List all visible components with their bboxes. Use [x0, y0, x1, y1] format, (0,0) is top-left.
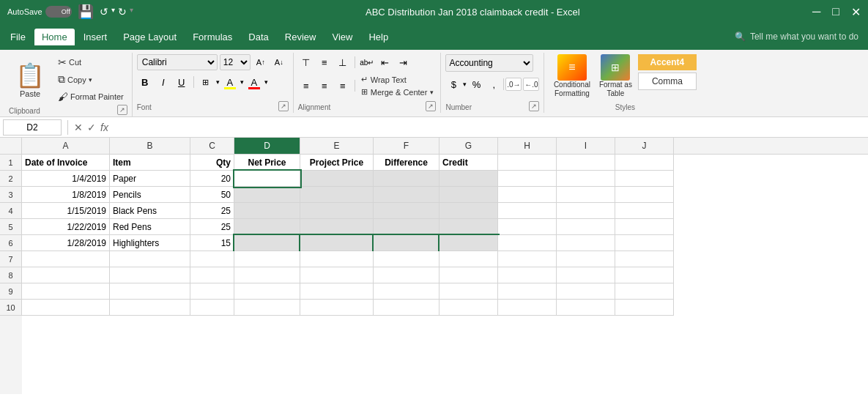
indent-increase-button[interactable]: ⇥	[396, 54, 412, 70]
font-size-select[interactable]: 12	[220, 54, 251, 70]
cell-a2[interactable]: 1/4/2019	[22, 171, 110, 187]
row-num-8[interactable]: 8	[0, 267, 22, 283]
cell-i7[interactable]	[557, 251, 615, 267]
percent-button[interactable]: %	[468, 76, 484, 92]
cell-a5[interactable]: 1/22/2019	[22, 219, 110, 235]
col-header-g[interactable]: G	[439, 138, 498, 154]
cell-i5[interactable]	[557, 219, 615, 235]
merge-center-dropdown[interactable]: ▾	[430, 89, 434, 96]
cell-c1[interactable]: Qty	[190, 155, 234, 171]
decrease-font-button[interactable]: A↓	[271, 54, 287, 70]
cell-c3[interactable]: 50	[190, 187, 234, 203]
cell-e3[interactable]	[300, 187, 374, 203]
alignment-expand[interactable]: ↗	[426, 101, 436, 111]
cell-h6[interactable]	[498, 235, 557, 251]
cell-g7[interactable]	[439, 251, 498, 267]
cell-i6[interactable]	[557, 235, 615, 251]
cell-j10[interactable]	[615, 300, 674, 316]
cell-h9[interactable]	[498, 283, 557, 300]
cell-g10[interactable]	[439, 300, 498, 316]
save-icon[interactable]: 💾	[78, 4, 94, 20]
cell-b10[interactable]	[110, 300, 190, 316]
col-header-c[interactable]: C	[190, 138, 234, 154]
cell-i10[interactable]	[557, 300, 615, 316]
accent4-style[interactable]: Accent4	[638, 54, 697, 70]
cell-d9[interactable]	[234, 283, 300, 300]
conditional-formatting-button[interactable]: ≡ ConditionalFormatting	[554, 54, 590, 98]
cell-g6[interactable]	[439, 235, 498, 251]
cell-j1[interactable]	[615, 155, 674, 171]
bold-button[interactable]: B	[137, 74, 153, 90]
menu-formulas[interactable]: Formulas	[185, 29, 240, 45]
increase-font-button[interactable]: A↑	[253, 54, 269, 70]
cell-i1[interactable]	[557, 155, 615, 171]
font-expand[interactable]: ↗	[278, 101, 289, 111]
copy-dropdown[interactable]: ▾	[89, 76, 92, 84]
cell-d1[interactable]: Net Price	[234, 155, 300, 171]
cell-j8[interactable]	[615, 267, 674, 283]
row-num-5[interactable]: 5	[0, 219, 22, 235]
font-color-button[interactable]: A	[246, 74, 262, 90]
menu-insert[interactable]: Insert	[76, 29, 115, 45]
menu-review[interactable]: Review	[278, 29, 324, 45]
merge-center-button[interactable]: ⊞ Merge & Center ▾	[359, 86, 437, 97]
cell-f3[interactable]	[374, 187, 439, 203]
cell-c9[interactable]	[190, 283, 234, 300]
window-controls[interactable]: ─ □ ✕	[812, 5, 861, 19]
col-header-j[interactable]: J	[615, 138, 674, 154]
col-header-d[interactable]: D	[234, 138, 300, 154]
search-bar[interactable]: 🔍 Tell me what you want to do	[728, 31, 865, 42]
cell-b9[interactable]	[110, 283, 190, 300]
cell-f2[interactable]	[374, 171, 439, 187]
minimize-icon[interactable]: ─	[812, 5, 820, 19]
cell-e8[interactable]	[300, 267, 374, 283]
cell-a1[interactable]: Date of Invoice	[22, 155, 110, 171]
cell-f8[interactable]	[374, 267, 439, 283]
cell-c8[interactable]	[190, 267, 234, 283]
cell-h2[interactable]	[498, 171, 557, 187]
cell-b3[interactable]: Pencils	[110, 187, 190, 203]
cell-reference-input[interactable]	[3, 119, 62, 136]
cell-e6[interactable]	[300, 235, 374, 251]
cell-c6[interactable]: 15	[190, 235, 234, 251]
cell-b7[interactable]	[110, 251, 190, 267]
cell-g1[interactable]: Credit	[439, 155, 498, 171]
cell-b1[interactable]: Item	[110, 155, 190, 171]
cell-g4[interactable]	[439, 203, 498, 219]
align-left-button[interactable]: ≡	[298, 78, 314, 94]
formula-input[interactable]	[111, 119, 865, 136]
cell-d10[interactable]	[234, 300, 300, 316]
cell-h3[interactable]	[498, 187, 557, 203]
cell-d6[interactable]	[234, 235, 300, 251]
align-bottom-button[interactable]: ⊥	[335, 54, 351, 70]
menu-data[interactable]: Data	[241, 29, 275, 45]
cell-d4[interactable]	[234, 203, 300, 219]
row-num-9[interactable]: 9	[0, 283, 22, 300]
dollar-button[interactable]: $	[445, 76, 461, 92]
row-num-6[interactable]: 6	[0, 235, 22, 251]
cell-e4[interactable]	[300, 203, 374, 219]
cut-button[interactable]: ✂ Cut	[54, 54, 85, 70]
undo-dropdown-icon[interactable]: ▾	[111, 6, 115, 18]
italic-button[interactable]: I	[155, 74, 171, 90]
cell-i2[interactable]	[557, 171, 615, 187]
cell-a3[interactable]: 1/8/2019	[22, 187, 110, 203]
comma-style[interactable]: Comma	[638, 73, 697, 90]
menu-home[interactable]: Home	[34, 29, 75, 45]
cell-f9[interactable]	[374, 283, 439, 300]
menu-file[interactable]: File	[3, 29, 33, 45]
cell-j3[interactable]	[615, 187, 674, 203]
cell-g9[interactable]	[439, 283, 498, 300]
cell-d3[interactable]	[234, 187, 300, 203]
cell-g3[interactable]	[439, 187, 498, 203]
cell-a9[interactable]	[22, 283, 110, 300]
close-icon[interactable]: ✕	[851, 5, 861, 19]
align-right-button[interactable]: ≡	[335, 78, 351, 94]
cell-e5[interactable]	[300, 219, 374, 235]
format-painter-button[interactable]: 🖌 Format Painter	[54, 89, 127, 105]
wrap-text-button[interactable]: ↵ Wrap Text	[359, 74, 437, 85]
cell-i4[interactable]	[557, 203, 615, 219]
cell-f4[interactable]	[374, 203, 439, 219]
cell-c2[interactable]: 20	[190, 171, 234, 187]
cell-a6[interactable]: 1/28/2019	[22, 235, 110, 251]
